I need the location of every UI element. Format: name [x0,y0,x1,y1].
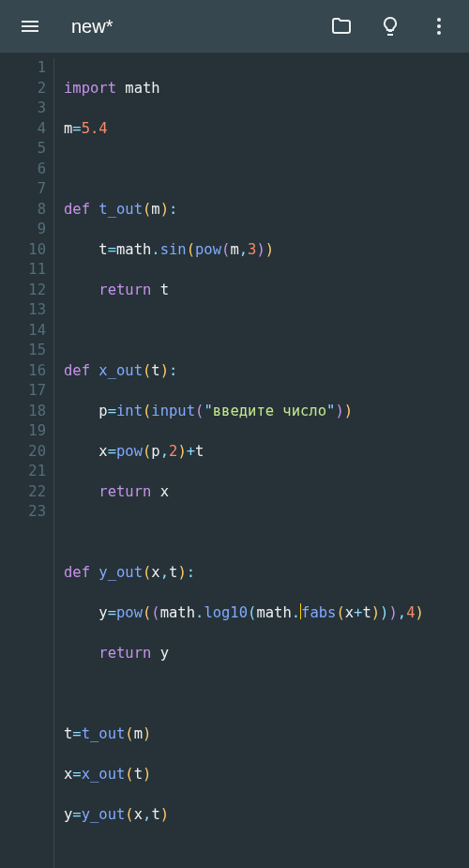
operator: = [72,806,81,823]
identifier: y [98,604,107,621]
line-number: 5 [0,139,46,160]
line-number: 23 [0,502,46,523]
identifier: math [160,604,195,621]
operator: = [72,725,81,742]
line-number: 15 [0,341,46,361]
svg-point-0 [437,18,441,22]
line-number: 8 [0,200,46,221]
svg-point-1 [437,24,441,28]
identifier: x [134,806,143,823]
operator: = [108,604,116,621]
keyword: return [98,483,151,500]
line-number: 20 [0,442,46,463]
menu-icon [19,15,41,38]
line-number: 10 [0,240,46,261]
function-call: input [151,403,195,419]
line-number: 11 [0,260,46,281]
operator: , [160,564,169,581]
keyword: def [64,564,90,581]
operator: . [151,241,159,258]
line-number: 2 [0,79,46,99]
line-number: 19 [0,421,46,442]
identifier: t [98,241,107,258]
line-number: 18 [0,402,46,422]
line-number: 13 [0,300,46,321]
function-call: pow [116,604,143,621]
identifier: x [64,766,72,783]
identifier: t [362,604,371,621]
open-folder-button[interactable] [319,4,364,49]
operator: = [108,403,116,419]
number: 5.4 [82,120,108,137]
svg-point-2 [437,31,441,35]
string-literal: введите число [213,403,326,419]
line-number: 1 [0,58,46,79]
number: 2 [169,443,177,460]
parameter: x [151,564,159,581]
hint-button[interactable] [368,4,413,49]
identifier: m [230,241,238,258]
function-call: sin [160,241,187,258]
more-button[interactable] [416,4,461,49]
identifier: m [64,120,72,137]
function-call: log10 [204,604,248,621]
menu-button[interactable] [8,4,53,49]
identifier: math [125,80,159,97]
line-number: 16 [0,361,46,382]
file-title: new* [56,16,315,38]
operator: . [292,604,300,621]
line-number: 4 [0,119,46,140]
identifier: t [160,282,169,298]
function-call: int [116,403,143,419]
line-number: 22 [0,482,46,503]
keyword: return [98,645,151,662]
operator: = [72,766,81,783]
identifier: t [151,806,159,823]
function-call: fabs [301,604,336,621]
function-call: y_out [82,806,126,823]
operator: = [72,120,81,137]
identifier: t [134,766,143,783]
line-number: 14 [0,321,46,342]
function-call: pow [195,241,221,258]
string-quote: " [326,403,335,419]
toolbar: new* [0,0,469,53]
identifier: t [64,725,72,742]
identifier: p [151,443,159,460]
code-area[interactable]: import math m=5.4 def t_out(m): t=math.s… [54,58,469,868]
lightbulb-icon [379,15,401,38]
function-call: x_out [82,766,126,783]
operator: = [108,241,116,258]
identifier: p [98,403,107,419]
parameter: m [151,201,159,218]
number: 3 [248,241,256,258]
operator: , [143,806,151,823]
function-call: pow [116,443,143,460]
parameter: t [169,564,177,581]
operator: . [195,604,204,621]
identifier: x [345,604,354,621]
identifier: m [134,725,143,742]
more-vert-icon [428,15,450,38]
code-editor[interactable]: 1234567891011121314151617181920212223 im… [0,53,469,868]
identifier: t [195,443,204,460]
line-number: 9 [0,220,46,240]
identifier: x [98,443,107,460]
keyword: import [64,80,116,97]
line-number: 3 [0,99,46,119]
function-call: t_out [82,725,126,742]
operator: , [160,443,169,460]
line-number-gutter: 1234567891011121314151617181920212223 [0,58,54,868]
string-quote: " [204,403,212,419]
keyword: def [64,362,90,379]
identifier: y [64,806,72,823]
parameter: t [151,362,159,379]
function-name: t_out [98,201,143,218]
line-number: 21 [0,462,46,482]
identifier: x [160,483,169,500]
folder-icon [330,15,353,38]
function-name: x_out [98,362,143,379]
line-number: 12 [0,281,46,301]
operator: = [108,443,116,460]
line-number: 7 [0,179,46,200]
